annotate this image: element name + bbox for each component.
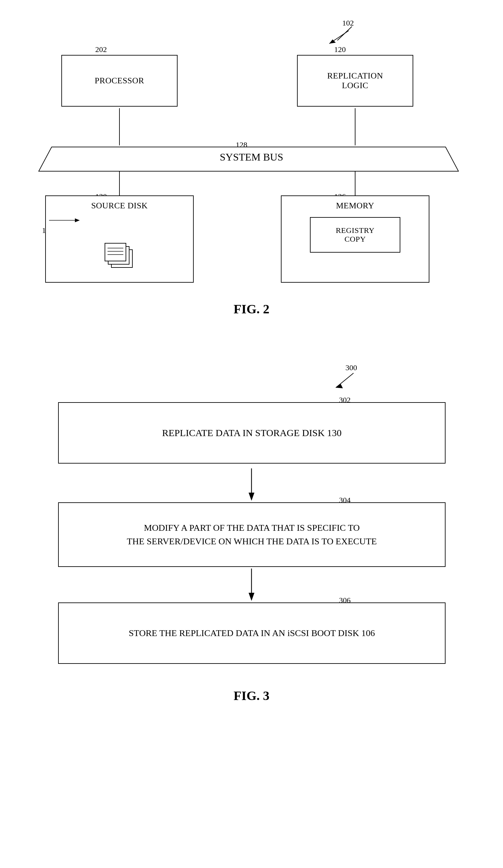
system-bus-label: SYSTEM BUS [0, 151, 503, 163]
replication-logic-box: REPLICATION LOGIC [297, 55, 413, 106]
system-bus-text: SYSTEM BUS [220, 151, 283, 163]
ref-202-label: 202 [95, 45, 107, 54]
fig2-area: 102 202 120 128 130 126 125 122 124 PROC… [0, 13, 503, 304]
registry-copy-box: REGISTRY COPY [310, 217, 400, 252]
memory-label: MEMORY [336, 201, 375, 210]
step2-line2: THE SERVER/DEVICE ON WHICH THE DATA IS T… [127, 535, 377, 548]
step1-label: REPLICATE DATA IN STORAGE DISK 130 [162, 427, 342, 438]
svg-marker-21 [249, 593, 254, 601]
memory-box: MEMORY REGISTRY COPY [281, 195, 429, 283]
processor-label: PROCESSOR [95, 76, 144, 86]
svg-marker-17 [336, 384, 343, 388]
ref-120-label: 120 [334, 45, 346, 54]
registry-copy-label: REGISTRY COPY [336, 226, 375, 244]
svg-marker-4 [39, 147, 459, 171]
step1-box: REPLICATE DATA IN STORAGE DISK 130 [58, 402, 446, 464]
svg-line-16 [336, 373, 354, 388]
svg-line-7 [337, 27, 352, 40]
svg-marker-1 [329, 39, 336, 44]
source-disk-label: SOURCE DISK [91, 201, 148, 210]
diagram-container: 102 202 120 128 130 126 125 122 124 PROC… [0, 0, 503, 868]
step2-line1: MODIFY A PART OF THE DATA THAT IS SPECIF… [144, 521, 360, 535]
ref-300-label: 300 [345, 363, 357, 372]
fig3-area: 300 302 304 306 REPLICATE DATA IN STORAG… [0, 349, 503, 834]
step3-label: STORE THE REPLICATED DATA IN AN iSCSI BO… [129, 628, 375, 638]
disk-icon [102, 240, 137, 272]
processor-box: PROCESSOR [61, 55, 178, 106]
source-disk-box: SOURCE DISK [45, 195, 194, 283]
svg-line-0 [329, 31, 349, 44]
svg-marker-15 [75, 218, 80, 222]
ref-128-label: 128 [236, 141, 247, 149]
svg-rect-10 [105, 243, 126, 261]
ref-102-label: 102 [342, 19, 354, 28]
fig3-caption: FIG. 3 [0, 688, 503, 703]
ref-125-arrow [46, 214, 91, 227]
fig2-caption: FIG. 2 [0, 301, 503, 317]
replication-logic-label: REPLICATION LOGIC [327, 71, 383, 91]
svg-marker-19 [249, 493, 254, 501]
step2-box: MODIFY A PART OF THE DATA THAT IS SPECIF… [58, 502, 446, 567]
step3-box: STORE THE REPLICATED DATA IN AN iSCSI BO… [58, 602, 446, 664]
